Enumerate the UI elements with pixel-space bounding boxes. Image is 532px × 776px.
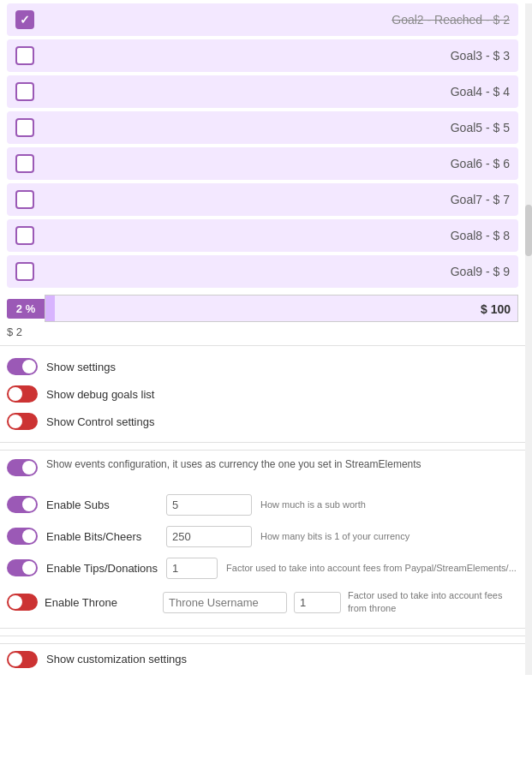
goal-checkbox-goal2[interactable] xyxy=(15,10,34,29)
show-settings-toggle[interactable] xyxy=(7,358,38,375)
enable-bits-hint: How many bits is 1 of your currency xyxy=(260,530,518,543)
goal-checkbox-goal5[interactable] xyxy=(15,118,34,137)
goal-label-goal6: Goal6 - $ 6 xyxy=(41,157,510,170)
divider-2 xyxy=(0,442,525,443)
goal-item-goal9: Goal9 - $ 9 xyxy=(7,255,518,288)
show-control-row: Show Control settings xyxy=(7,408,518,435)
divider-1 xyxy=(0,345,525,346)
goal-label-goal8: Goal8 - $ 8 xyxy=(41,229,510,242)
show-control-toggle[interactable] xyxy=(7,413,38,430)
show-control-label: Show Control settings xyxy=(46,415,518,428)
progress-section: 2 % $ 100 xyxy=(7,295,518,322)
enable-tips-input[interactable] xyxy=(166,558,218,579)
goal-item-goal2: Goal2 - Reached - $ 2 xyxy=(7,3,518,36)
enable-subs-toggle[interactable] xyxy=(7,496,38,513)
goal-item-goal5: Goal5 - $ 5 xyxy=(7,111,518,144)
goal-label-goal4: Goal4 - $ 4 xyxy=(41,85,510,98)
enable-tips-hint: Factor used to take into account fees fr… xyxy=(226,562,518,575)
show-control-knob xyxy=(9,415,22,428)
enable-tips-toggle[interactable] xyxy=(7,559,38,576)
goal-item-goal7: Goal7 - $ 7 xyxy=(7,183,518,216)
scrollbar[interactable] xyxy=(525,3,532,675)
throne-hint: Factor used to take into account fees fr… xyxy=(348,589,518,616)
enable-throne-knob xyxy=(9,595,22,609)
show-debug-knob xyxy=(9,387,22,401)
enable-subs-hint: How much is a sub worth xyxy=(260,498,518,511)
enable-subs-row: Enable Subs How much is a sub worth xyxy=(7,489,518,521)
enable-throne-row: Enable Throne Factor used to take into a… xyxy=(7,584,518,621)
show-settings-knob xyxy=(22,360,36,373)
enable-bits-row: Enable Bits/Cheers How many bits is 1 of… xyxy=(7,521,518,552)
enable-tips-knob xyxy=(22,561,36,575)
throne-factor-input[interactable] xyxy=(294,592,341,613)
enable-throne-label: Enable Throne xyxy=(45,596,156,609)
goal-label-goal2: Goal2 - Reached - $ 2 xyxy=(41,13,510,27)
show-customization-row: Show customization settings xyxy=(0,643,525,675)
enable-subs-label: Enable Subs xyxy=(46,498,158,511)
progress-target: $ 100 xyxy=(45,295,517,322)
events-config-toggle[interactable] xyxy=(7,459,38,476)
enable-tips-label: Enable Tips/Donations xyxy=(46,562,158,575)
show-debug-toggle[interactable] xyxy=(7,385,38,403)
settings-section: Show settings Show debug goals list Show… xyxy=(0,353,525,435)
show-settings-row: Show settings xyxy=(7,353,518,380)
goal-item-goal6: Goal6 - $ 6 xyxy=(7,147,518,180)
goal-label-goal7: Goal7 - $ 7 xyxy=(41,193,510,206)
enable-tips-row: Enable Tips/Donations Factor used to tak… xyxy=(7,552,518,584)
enable-bits-input[interactable] xyxy=(166,526,252,547)
show-debug-row: Show debug goals list xyxy=(7,380,518,408)
progress-bar: $ 100 xyxy=(45,295,518,322)
event-config-section: Show events configuration, it uses as cu… xyxy=(0,450,525,629)
show-customization-knob xyxy=(9,653,22,666)
goal-checkbox-goal6[interactable] xyxy=(15,154,34,173)
events-config-knob xyxy=(22,461,36,475)
goals-list: Goal2 - Reached - $ 2Goal3 - $ 3Goal4 - … xyxy=(0,3,525,288)
show-customization-label: Show customization settings xyxy=(46,653,518,666)
goal-item-goal8: Goal8 - $ 8 xyxy=(7,219,518,252)
show-customization-toggle[interactable] xyxy=(7,651,38,668)
divider-3 xyxy=(0,636,525,636)
throne-username-input[interactable] xyxy=(163,592,287,613)
goal-checkbox-goal9[interactable] xyxy=(15,262,34,281)
goal-label-goal5: Goal5 - $ 5 xyxy=(41,121,510,134)
goal-label-goal9: Goal9 - $ 9 xyxy=(41,265,510,278)
events-config-desc: Show events configuration, it uses as cu… xyxy=(46,457,421,472)
show-debug-label: Show debug goals list xyxy=(46,388,518,401)
goal-checkbox-goal7[interactable] xyxy=(15,190,34,209)
goal-checkbox-goal8[interactable] xyxy=(15,226,34,245)
enable-subs-input[interactable] xyxy=(166,494,252,516)
goal-item-goal4: Goal4 - $ 4 xyxy=(7,75,518,108)
progress-percent: 2 % xyxy=(7,299,45,319)
enable-bits-label: Enable Bits/Cheers xyxy=(46,530,158,543)
current-amount: $ 2 xyxy=(7,325,518,338)
show-settings-label: Show settings xyxy=(46,361,518,373)
enable-throne-toggle[interactable] xyxy=(7,594,38,611)
goal-label-goal3: Goal3 - $ 3 xyxy=(41,49,510,63)
goal-checkbox-goal3[interactable] xyxy=(15,46,34,65)
goal-item-goal3: Goal3 - $ 3 xyxy=(7,39,518,72)
goal-checkbox-goal4[interactable] xyxy=(15,82,34,101)
enable-bits-knob xyxy=(22,529,36,543)
enable-subs-knob xyxy=(22,498,36,511)
enable-bits-toggle[interactable] xyxy=(7,528,38,545)
scrollbar-thumb[interactable] xyxy=(525,205,532,256)
